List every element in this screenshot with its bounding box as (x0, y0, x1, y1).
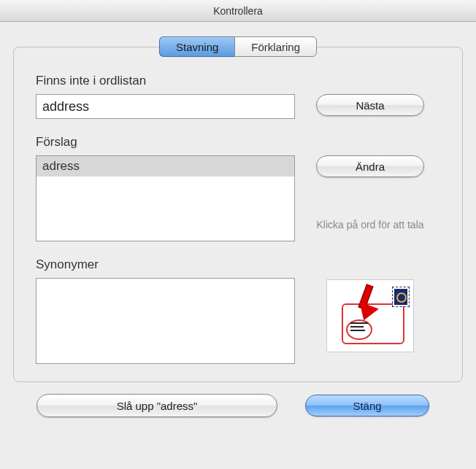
speak-hint: Klicka på ord för att tala (316, 218, 423, 231)
envelope-illustration (326, 279, 414, 352)
change-button[interactable]: Ändra (316, 155, 424, 177)
tab-spelling[interactable]: Stavning (159, 36, 234, 57)
list-item[interactable]: adress (37, 156, 294, 177)
tab-spelling-label: Stavning (176, 41, 218, 53)
tab-bar: Stavning Förklaring (13, 36, 463, 57)
word-input[interactable] (36, 94, 295, 119)
close-button-label: Stäng (353, 400, 381, 412)
lookup-button[interactable]: Slå upp "adress" (37, 394, 277, 417)
window-titlebar: Kontrollera (0, 0, 476, 22)
main-panel: Finns inte i ordlistan Nästa Förslag adr… (13, 47, 463, 382)
suggestions-listbox[interactable]: adress (36, 155, 295, 241)
synonyms-label: Synonymer (36, 257, 440, 272)
tab-explanation-label: Förklaring (251, 41, 300, 53)
tab-explanation[interactable]: Förklaring (234, 36, 317, 57)
suggestions-label: Förslag (36, 135, 440, 150)
next-button[interactable]: Nästa (316, 94, 424, 116)
change-button-label: Ändra (356, 160, 385, 173)
synonyms-listbox[interactable] (36, 278, 295, 364)
not-in-dict-label: Finns inte i ordlistan (36, 74, 440, 88)
lookup-button-label: Slå upp "adress" (117, 400, 198, 412)
close-button[interactable]: Stäng (305, 395, 429, 416)
next-button-label: Nästa (356, 99, 384, 112)
window-title: Kontrollera (213, 5, 263, 17)
